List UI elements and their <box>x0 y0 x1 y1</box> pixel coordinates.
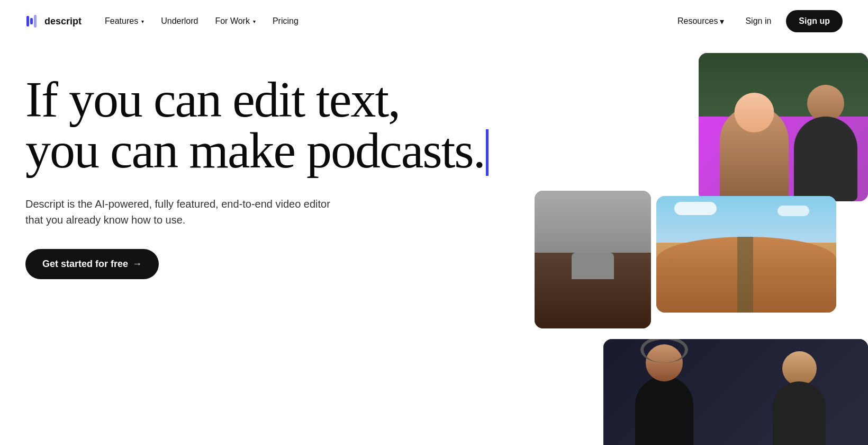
cta-arrow-icon: → <box>132 259 142 270</box>
hero-image-collage <box>529 42 868 445</box>
nav-pricing[interactable]: Pricing <box>266 12 305 30</box>
hero-image-5 <box>603 339 868 445</box>
cta-button[interactable]: Get started for free → <box>25 249 159 279</box>
hero-image-3 <box>535 191 651 328</box>
signup-button[interactable]: Sign up <box>786 10 843 32</box>
person-figure-right <box>773 351 826 445</box>
svg-rect-2 <box>34 15 37 28</box>
nav-underlord[interactable]: Underlord <box>155 12 204 30</box>
nav-for-work[interactable]: For Work ▾ <box>209 12 261 30</box>
person-figure-headphones <box>635 344 693 445</box>
hero-headline: If you can edit text, you can make podca… <box>25 74 586 179</box>
signin-link[interactable]: Sign in <box>739 12 777 30</box>
nav-features[interactable]: Features ▾ <box>98 12 150 30</box>
logo-label: descript <box>44 16 82 27</box>
hero-subtext: Descript is the AI-powered, fully featur… <box>25 196 343 228</box>
nav-left: descript Features ▾ Underlord For Work ▾… <box>25 12 305 30</box>
resources-chevron-icon: ▾ <box>720 16 724 26</box>
hero-text: If you can edit text, you can make podca… <box>25 74 586 279</box>
features-chevron-icon: ▾ <box>141 19 144 24</box>
hero-image-1 <box>699 53 868 201</box>
navigation: descript Features ▾ Underlord For Work ▾… <box>0 0 868 42</box>
hero-image-2 <box>656 196 836 313</box>
text-cursor <box>486 129 489 176</box>
hero-section: If you can edit text, you can make podca… <box>0 42 868 445</box>
logo[interactable]: descript <box>25 14 82 29</box>
nav-resources[interactable]: Resources ▾ <box>671 12 730 31</box>
person-figure-1 <box>720 114 789 201</box>
nav-right: Resources ▾ Sign in Sign up <box>671 10 843 32</box>
nav-links: Features ▾ Underlord For Work ▾ Pricing <box>98 12 305 30</box>
logo-icon <box>25 14 40 29</box>
person-figure-2 <box>794 85 857 201</box>
for-work-chevron-icon: ▾ <box>253 19 256 24</box>
svg-rect-0 <box>26 16 29 26</box>
svg-rect-1 <box>30 18 33 24</box>
